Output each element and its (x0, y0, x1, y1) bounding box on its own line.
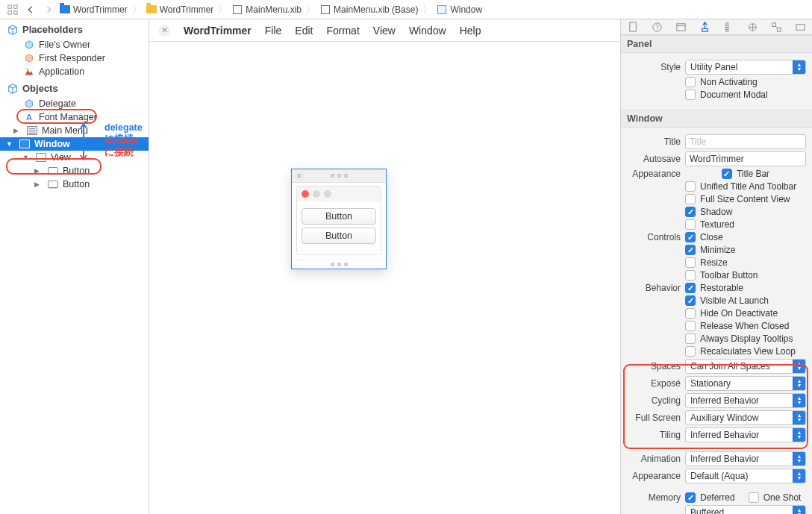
window-titlebar (296, 186, 381, 201)
select-expose[interactable]: Stationary▲▼ (685, 376, 806, 391)
chevron-updown-icon: ▲▼ (793, 411, 805, 424)
tab-help-inspector[interactable]: ? (649, 19, 664, 34)
outline-item-button[interactable]: ▶Button (0, 164, 149, 178)
checkbox-minimize[interactable] (685, 245, 696, 255)
outline-item-first-responder[interactable]: First Responder (0, 51, 149, 65)
checkbox-shadow[interactable] (685, 207, 696, 217)
close-handle-icon[interactable]: ✕ (295, 172, 304, 181)
checkbox-visible-at-launch[interactable] (685, 295, 696, 306)
checkbox-non-activating[interactable] (685, 77, 696, 87)
menu-window[interactable]: Window (409, 25, 446, 37)
svg-rect-19 (796, 24, 804, 30)
menu-help[interactable]: Help (460, 25, 481, 37)
checkbox-unified[interactable] (685, 181, 696, 192)
select-animation[interactable]: Inferred Behavior▲▼ (685, 451, 806, 466)
checkbox-resize[interactable] (685, 257, 696, 268)
breadcrumb-item[interactable]: Window (435, 4, 484, 15)
svg-rect-2 (8, 10, 11, 13)
related-items-button[interactable] (4, 2, 21, 17)
checkbox-close[interactable] (685, 232, 696, 242)
tab-attributes-inspector[interactable] (697, 19, 712, 34)
disclosure-icon[interactable]: ▶ (13, 127, 20, 134)
breadcrumb-item[interactable]: WordTrimmer (58, 4, 129, 15)
back-button[interactable] (22, 2, 39, 17)
tab-effects-inspector[interactable] (793, 19, 808, 34)
checkbox-label: Always Display Tooltips (700, 333, 793, 344)
select-value: Utility Panel (690, 62, 737, 72)
select-cycling[interactable]: Inferred Behavior▲▼ (685, 393, 806, 408)
checkbox-textured[interactable] (685, 219, 696, 230)
button-1[interactable]: Button (302, 208, 376, 225)
outline-item-window[interactable]: ▼ Window (0, 137, 149, 151)
menu-file[interactable]: File (265, 25, 282, 37)
checkbox-document-modal[interactable] (685, 90, 696, 100)
checkbox-titlebar[interactable] (722, 169, 732, 179)
select-style[interactable]: Utility Panel▲▼ (685, 60, 806, 75)
outline-item-font-manager[interactable]: AFont Manager (0, 110, 149, 124)
tab-bindings-inspector[interactable] (769, 19, 784, 34)
tab-file-inspector[interactable] (625, 19, 640, 34)
traffic-light-close-icon[interactable] (302, 190, 309, 198)
select-spaces[interactable]: Can Join All Spaces▲▼ (685, 359, 806, 374)
resize-handles-bottom[interactable] (292, 260, 386, 269)
disclosure-icon[interactable]: ▼ (22, 154, 29, 161)
disclosure-icon[interactable]: ▼ (6, 140, 13, 148)
outline-item-main-menu[interactable]: ▶Main Menu (0, 124, 149, 137)
breadcrumb-item[interactable]: MainMenu.xib (Base) (319, 4, 419, 15)
button-2[interactable]: Button (302, 228, 376, 244)
checkbox-fullsize[interactable] (685, 194, 696, 204)
tab-size-inspector[interactable] (721, 19, 736, 34)
close-icon[interactable]: ✕ (158, 25, 170, 37)
checkbox-always-tooltips[interactable] (685, 333, 696, 344)
menu-view[interactable]: View (373, 25, 396, 37)
checkbox-deferred[interactable] (685, 492, 696, 503)
select-buffering[interactable]: Buffered▲▼ (685, 505, 806, 514)
checkbox-release-when-closed[interactable] (685, 321, 696, 331)
xib-icon (321, 5, 330, 14)
app-name[interactable]: WordTrimmer (184, 25, 252, 37)
document-outline: Placeholders File's Owner First Responde… (0, 19, 149, 514)
section-title: Objects (22, 83, 58, 94)
inspector-panel: ? Panel Style Utility Panel▲▼ Non Activa… (621, 19, 812, 514)
checkbox-label: Recalculates View Loop (700, 346, 796, 357)
disclosure-icon[interactable]: ▶ (34, 167, 41, 175)
checkbox-toolbar-button[interactable] (685, 270, 696, 280)
checkbox-hide-on-deactivate[interactable] (685, 308, 696, 319)
input-title[interactable] (685, 134, 806, 149)
tab-connections-inspector[interactable] (745, 19, 760, 34)
outline-item-view[interactable]: ▼View (0, 151, 149, 164)
checkbox-restorable[interactable] (685, 283, 696, 293)
interface-builder-canvas[interactable]: ✕ WordTrimmer File Edit Format View Wind… (149, 19, 621, 514)
checkbox-one-shot[interactable] (749, 492, 759, 503)
item-label: Main Menu (42, 125, 88, 136)
breadcrumb-item[interactable]: MainMenu.xib (231, 4, 303, 15)
label-cycling: Cycling (627, 395, 681, 406)
breadcrumb-label: MainMenu.xib (246, 4, 302, 15)
select-tiling[interactable]: Inferred Behavior▲▼ (685, 427, 806, 442)
input-autosave[interactable] (685, 151, 806, 166)
svg-rect-17 (777, 28, 781, 31)
tab-identity-inspector[interactable] (673, 19, 688, 34)
svg-line-18 (775, 26, 777, 28)
outline-item-files-owner[interactable]: File's Owner (0, 38, 149, 51)
resize-handles[interactable] (331, 172, 348, 180)
item-label: Button (63, 179, 90, 189)
breadcrumb-item[interactable]: WordTrimmer (145, 4, 216, 15)
select-appearance[interactable]: Default (Aqua)▲▼ (685, 468, 806, 483)
outline-item-application[interactable]: Application (0, 65, 149, 78)
outline-section-placeholders: Placeholders (0, 19, 149, 38)
outline-item-delegate[interactable]: Delegate (0, 97, 149, 110)
disclosure-icon[interactable]: ▶ (34, 181, 41, 188)
designed-window[interactable]: ✕ Button Button (291, 169, 387, 269)
checkbox-recalc-loop[interactable] (685, 346, 696, 357)
selection-frame-top: ✕ (292, 169, 386, 183)
forward-button[interactable] (40, 2, 57, 17)
outline-item-button[interactable]: ▶Button (0, 178, 149, 191)
select-fullscreen[interactable]: Auxiliary Window▲▼ (685, 410, 806, 425)
item-label: Application (39, 66, 84, 77)
breadcrumb-label: WordTrimmer (160, 4, 214, 15)
chevron-updown-icon: ▲▼ (793, 469, 805, 483)
menu-edit[interactable]: Edit (295, 25, 313, 37)
menu-format[interactable]: Format (326, 25, 359, 37)
svg-rect-1 (14, 4, 17, 7)
